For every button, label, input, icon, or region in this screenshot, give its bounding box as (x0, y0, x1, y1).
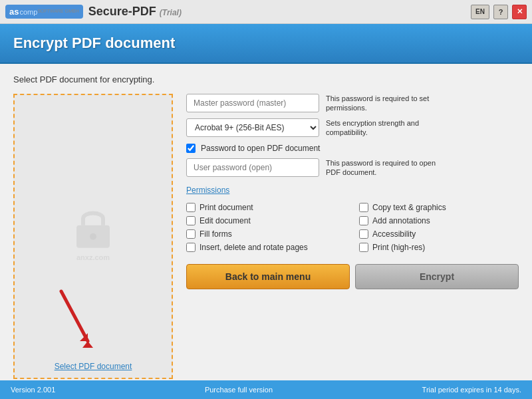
back-to-main-button[interactable]: Back to main menu (186, 264, 350, 289)
perm-insert-rotate-label: Insert, delete and rotate pages (200, 243, 308, 252)
svg-line-2 (61, 291, 88, 341)
perm-copy-text-checkbox[interactable] (359, 203, 368, 212)
user-password-row: This password is required to open PDF do… (186, 158, 519, 178)
perm-print-hires-checkbox[interactable] (359, 243, 368, 252)
statusbar-version: Version 2.001 (11, 386, 55, 394)
perm-add-annot-label: Add annotations (372, 216, 430, 225)
encryption-dropdown-row: Acrobat 9+ (256-Bit AES) Acrobat 7+ (128… (186, 118, 519, 138)
lock-icon (66, 200, 120, 253)
svg-marker-4 (82, 341, 93, 348)
statusbar: Version 2.001 Purchase full version Tria… (0, 380, 532, 399)
master-password-row: This password is required to set permiss… (186, 94, 519, 113)
statusbar-trial: Trial period expires in 14 days. (422, 386, 521, 394)
open-password-checkbox-row: Password to open PDF document (186, 144, 519, 153)
perm-accessibility-checkbox[interactable] (359, 229, 368, 239)
logo: as comp SOFTWARE GMBH (5, 5, 83, 19)
open-password-checkbox[interactable] (186, 144, 196, 153)
titlebar-left: as comp SOFTWARE GMBH Secure-PDF (Trial) (5, 5, 182, 19)
perm-add-annot-checkbox[interactable] (359, 216, 368, 225)
select-pdf-link[interactable]: Select PDF document (55, 362, 132, 371)
main-content: Select PDF document for encrypting. anxz… (0, 64, 532, 390)
header-section: Encrypt PDF document (0, 24, 532, 64)
logo-as: as (9, 7, 19, 17)
perm-print-doc-checkbox[interactable] (186, 203, 196, 212)
perm-fill-forms-checkbox[interactable] (186, 229, 196, 239)
perm-edit-doc-checkbox[interactable] (186, 216, 196, 225)
perm-print-doc-label: Print document (200, 203, 253, 212)
encryption-hint: Sets encryption strength and compatibili… (326, 118, 446, 138)
pdf-preview-area: anxz.com Select PDF document (13, 94, 173, 379)
perm-print-doc: Print document (186, 203, 346, 212)
permissions-label: Permissions (186, 186, 519, 195)
perm-insert-rotate-checkbox[interactable] (186, 243, 196, 252)
titlebar: as comp SOFTWARE GMBH Secure-PDF (Trial)… (0, 0, 532, 24)
help-button[interactable]: ? (493, 5, 508, 19)
content-row: anxz.com Select PDF document This passwo… (13, 94, 519, 379)
perm-edit-doc-label: Edit document (200, 216, 251, 225)
app-title: Secure-PDF (Trial) (88, 5, 182, 19)
titlebar-controls: EN ? ✕ (471, 5, 527, 19)
perm-fill-forms-label: Fill forms (200, 229, 232, 239)
logo-software: SOFTWARE GMBH (37, 9, 78, 13)
statusbar-purchase[interactable]: Purchase full version (205, 386, 273, 394)
perm-insert-rotate: Insert, delete and rotate pages (186, 243, 346, 252)
pdf-watermark: anxz.com (66, 200, 120, 261)
svg-point-1 (90, 233, 96, 239)
right-panel: This password is required to set permiss… (186, 94, 519, 379)
watermark-text: anxz.com (76, 253, 110, 261)
red-arrow-icon (35, 278, 114, 358)
open-password-label: Password to open PDF document (201, 144, 320, 153)
encrypt-button[interactable]: Encrypt (355, 264, 519, 289)
perm-copy-text: Copy text & graphics (359, 203, 519, 212)
master-password-hint: This password is required to set permiss… (326, 94, 446, 113)
perm-print-hires-label: Print (high-res) (372, 243, 425, 252)
action-buttons: Back to main menu Encrypt (186, 264, 519, 289)
user-password-input[interactable] (186, 158, 319, 177)
page-title: Encrypt PDF document (13, 35, 175, 52)
perm-add-annot: Add annotations (359, 216, 519, 225)
app-trial: (Trial) (160, 8, 182, 17)
close-button[interactable]: ✕ (512, 5, 527, 19)
permissions-grid: Print document Copy text & graphics Edit… (186, 203, 519, 252)
subtitle: Select PDF document for encrypting. (13, 74, 519, 84)
user-password-hint: This password is required to open PDF do… (326, 158, 446, 178)
lang-button[interactable]: EN (471, 5, 489, 19)
perm-print-hires: Print (high-res) (359, 243, 519, 252)
perm-fill-forms: Fill forms (186, 229, 346, 239)
perm-accessibility-label: Accessibility (372, 229, 416, 239)
arrow-container (35, 278, 114, 358)
perm-edit-doc: Edit document (186, 216, 346, 225)
logo-comp: comp (19, 8, 37, 16)
perm-accessibility: Accessibility (359, 229, 519, 239)
master-password-input[interactable] (186, 94, 319, 112)
encryption-select[interactable]: Acrobat 9+ (256-Bit AES) Acrobat 7+ (128… (186, 118, 319, 137)
perm-copy-text-label: Copy text & graphics (372, 203, 446, 212)
